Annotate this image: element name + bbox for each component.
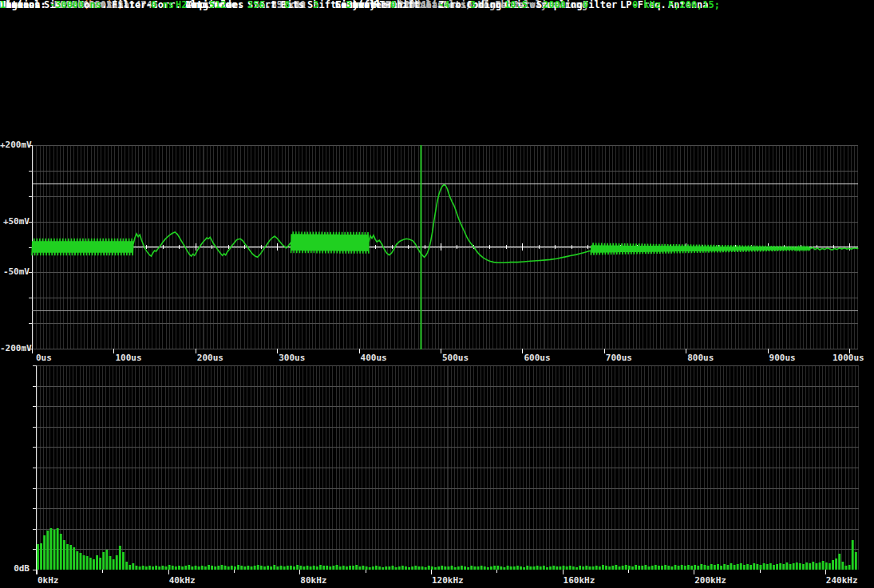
spectrum-bar [746, 564, 749, 570]
spectrum-x-tick-label: 40kHz [169, 576, 196, 585]
spectrum-bar [855, 552, 857, 570]
spectrum-bar [122, 552, 125, 570]
spectrum-bar [57, 528, 59, 570]
start-value: 256 [247, 0, 265, 10]
spectrum-bar [809, 563, 811, 570]
spectrum-bar [812, 562, 814, 570]
waveform-x-tick-label: 800us [687, 353, 714, 362]
trigger-marker-line [421, 145, 422, 349]
spectrum-x-tick-label: 120kHz [432, 576, 464, 585]
col-header-amp: Amp. [188, 0, 211, 10]
spectrum-bar [86, 556, 89, 570]
spectrum-bar [776, 564, 778, 570]
signal-trace [32, 185, 858, 263]
spectrum-bar [832, 560, 834, 570]
spectrum-bar [723, 564, 726, 570]
spectrum-x-tick-label: 160kHz [564, 576, 595, 585]
spectrum-bar [109, 556, 112, 570]
spectrum-bars [37, 365, 859, 570]
spectrum-bar [793, 563, 795, 570]
spectrum-bar [815, 563, 817, 570]
sampling-value: 2000 [543, 0, 566, 10]
spectrum-bar [83, 555, 85, 570]
spectrum-bar [717, 564, 719, 570]
channel-number: 1 [0, 0, 6, 10]
waveform-x-tick-label: 1000us [832, 353, 864, 362]
shift-value: 3 [313, 0, 318, 10]
spectrum-bar [796, 562, 798, 570]
spectrum-bar [43, 535, 45, 570]
waveform-x-tick-label: 700us [606, 353, 632, 362]
waveform-x-tick-label: 900us [769, 353, 796, 362]
waveform-y-tick-label: +50mV [0, 217, 30, 226]
spectrum-bar [852, 540, 854, 570]
spectrum-x-major-ticks [37, 570, 859, 574]
spectrum-bar [822, 561, 825, 570]
spectrum-bar [53, 530, 56, 570]
spectrum-bar [789, 564, 792, 570]
spectrum-bar [63, 540, 65, 570]
spectrum-bar [49, 528, 52, 570]
spectrum-bar [80, 553, 82, 570]
spectrum-bar [756, 564, 758, 570]
spectrum-x-tick-label: 200kHz [694, 576, 726, 585]
spectrum-bar [769, 563, 772, 570]
col-header-shift: Shift [307, 0, 336, 10]
s-shift-value: 3 [346, 0, 351, 10]
spectrum-bar [73, 547, 75, 570]
spectrum-bar [132, 563, 134, 570]
spectrum-bar [105, 550, 108, 570]
values-value: 512 [209, 0, 227, 10]
spectrum-bar [96, 555, 98, 570]
spectrum-bar [76, 551, 78, 570]
spectrum-bar [825, 562, 828, 570]
waveform-x-tick-label: 200us [197, 353, 223, 362]
spectrum-bar [69, 545, 72, 570]
col-header-ft-shift: FT-Shift [374, 0, 420, 10]
waveform-y-tick-label: -200mV [0, 344, 30, 353]
col-header-channel: Channel [0, 0, 41, 10]
waveform-y-tick-label: -50mV [0, 267, 30, 276]
signal-monitor-page: Station: 3212 (basic) User: 2455 Date: 2… [0, 0, 874, 588]
spectrum-x-tick-label: 0kHz [38, 576, 59, 585]
spectrum-bar [819, 562, 821, 570]
spectrum-bar [730, 563, 732, 570]
spectrum-bar [779, 563, 781, 570]
spectrum-x-tick-label: 240kHz [826, 576, 858, 585]
spectrum-bar [838, 554, 840, 570]
spectrum-bar [125, 562, 128, 570]
spectrum-y-tick-label: 0dB [0, 564, 30, 573]
ft-shift-value: 0 [390, 0, 396, 10]
waveform-x-tick-label: 600us [524, 353, 550, 362]
waveform-plot [32, 145, 858, 349]
spectrum-bar [740, 563, 742, 570]
gain-value: 10.5 [504, 0, 528, 10]
spectrum-bar [763, 563, 765, 570]
sieve-corr-value: -30000 ns [44, 0, 101, 10]
bits-value: 8 [284, 0, 290, 10]
spectrum-bar [37, 544, 39, 570]
spectrum-bar [710, 564, 713, 570]
spectrum-bar [766, 564, 769, 570]
spectrum-bar [66, 544, 69, 570]
antenna-value: F;200,15; [668, 0, 720, 10]
filter-value: 0 [583, 0, 588, 10]
spectrum-bar [785, 562, 788, 570]
spectrum-bar [799, 563, 801, 570]
spectrum-bar [113, 559, 115, 570]
waveform-x-tick-label: 300us [279, 353, 305, 362]
filter-corr-value: 0 ns [112, 0, 174, 10]
spectrum-bar [841, 562, 844, 570]
spectrum-bar [737, 564, 739, 570]
zero-value: -4 [438, 0, 449, 10]
spectrum-bar [805, 562, 808, 570]
spectrum-bar [89, 558, 92, 570]
spectrum-bar [802, 564, 805, 570]
spectrum-bar [782, 564, 785, 570]
waveform-trace [32, 145, 858, 349]
spectrum-bar [700, 564, 702, 570]
spectrum-bar [835, 558, 837, 570]
spectrum-bar [119, 546, 121, 570]
waveform-x-tick-label: 400us [361, 353, 387, 362]
spectrum-bar [753, 563, 755, 570]
